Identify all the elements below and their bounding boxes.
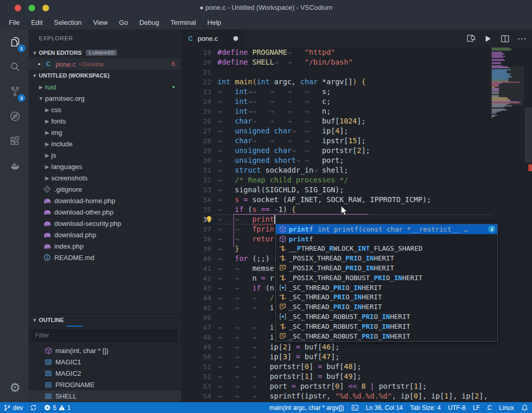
code-line-21[interactable] xyxy=(217,67,488,77)
suggestion-printf[interactable]: printfint printf(const char *__restrict_… xyxy=(276,224,497,234)
tab-pone.c[interactable]: C pone.c xyxy=(181,29,243,48)
scrollbar-slider[interactable] xyxy=(525,108,532,163)
outline-item-magic2[interactable]: MAGIC2 xyxy=(28,368,181,379)
menu-item-view[interactable]: View xyxy=(87,17,113,28)
activity-docker[interactable] xyxy=(2,154,28,178)
menu-item-debug[interactable]: Debug xyxy=(134,17,165,28)
code-line-24[interactable]: → int→→ → → → c; xyxy=(217,97,488,106)
tree-item-fonts[interactable]: ▶fonts xyxy=(28,115,181,127)
workspace-header[interactable]: ▼ UNTITLED (WORKSPACE) xyxy=(28,70,181,81)
activity-extensions[interactable] xyxy=(2,129,28,154)
suggestion--posix-thread-robust-prio-inherit[interactable]: _POSIX_THREAD_ROBUST_PRIO_INHERIT xyxy=(276,273,497,283)
code-line-27[interactable]: → unsigned char→ → ip[4]; xyxy=(217,126,488,136)
code-line-54[interactable]: → → → sprintf(ipstr, "%d.%d.%d.%d", ip[0… xyxy=(217,391,488,401)
status-utf-8[interactable]: UTF-8 xyxy=(445,402,469,413)
tree-item-parrotsec.org[interactable]: ▼parrotsec.org xyxy=(28,93,181,104)
outline-item-magic1[interactable]: MAGIC1 xyxy=(28,356,181,368)
activity-files[interactable]: 1 xyxy=(2,29,28,54)
code-line-29[interactable]: → unsigned char→ → portstr[2]; xyxy=(217,146,488,156)
open-editor-pone.c[interactable]: ●Cpone.c ~/Desktop6 xyxy=(28,58,181,70)
terminal-status[interactable] xyxy=(348,402,362,413)
suggestion-printf[interactable]: printf xyxy=(276,234,497,244)
tree-item-index.php[interactable]: index.php xyxy=(28,240,181,252)
suggestion--sc-thread-prio-inherit[interactable]: _SC_THREAD_PRIO_INHERIT xyxy=(276,302,497,312)
tree-item-screenshots[interactable]: ▶screenshots xyxy=(28,172,181,183)
suggestion--sc-thread-robust-prio-inherit[interactable]: _SC_THREAD_ROBUST_PRIO_INHERIT xyxy=(276,331,497,341)
tree-item-css[interactable]: ▶css xyxy=(28,104,181,115)
tree-item-download.php[interactable]: download.php xyxy=(28,229,181,240)
minimap-slider[interactable] xyxy=(492,66,524,105)
tree-item-languages[interactable]: ▶languages xyxy=(28,161,181,172)
sync-status[interactable] xyxy=(26,402,40,413)
modified-dot-icon[interactable] xyxy=(233,36,238,41)
info-icon[interactable]: i xyxy=(488,225,495,233)
code-line-53[interactable]: → → → port = portstr[0] << 8 | portstr[1… xyxy=(217,381,488,391)
code-line-23[interactable]: → int→→ → → → s; xyxy=(217,87,488,97)
tree-item-download-home.php[interactable]: download-home.php xyxy=(28,195,181,206)
split-editor-button[interactable] xyxy=(498,32,512,45)
code-line-26[interactable]: → char→ → → → buf[1024]; xyxy=(217,116,488,126)
outline-filter-input[interactable] xyxy=(32,329,177,342)
activity-search[interactable] xyxy=(2,54,28,79)
more-button[interactable]: ⋯ xyxy=(515,32,529,45)
tree-item-rust[interactable]: ▶rust● xyxy=(28,81,181,93)
code-line-34[interactable]: → s = socket (AF_INET, SOCK_RAW, IPPROTO… xyxy=(217,195,488,205)
code-editor[interactable]: 1920212223242526272829303132333435363738… xyxy=(181,48,532,402)
run-button[interactable] xyxy=(481,32,495,45)
outline-item-main-int-char-[interactable]: main(int, char * []) xyxy=(28,345,181,356)
status-c[interactable]: C xyxy=(484,402,496,413)
tree-item-README.md[interactable]: README.md xyxy=(28,252,181,263)
code-line-51[interactable]: → → → portstr[0] = buf[48]; xyxy=(217,362,488,372)
tree-item-js[interactable]: ▶js xyxy=(28,149,181,161)
suggestion--sc-thread-prio-inherit[interactable]: _SC_THREAD_PRIO_INHERIT xyxy=(276,283,497,293)
outline-item-shell[interactable]: SHELL xyxy=(28,390,181,402)
suggestion--sc-thread-prio-inherit[interactable]: _SC_THREAD_PRIO_INHERIT xyxy=(276,293,497,302)
tree-item-.gitignore[interactable]: .gitignore xyxy=(28,183,181,195)
git-branch-status[interactable]: dev xyxy=(0,402,26,413)
outline-header[interactable]: ▼ OUTLINE xyxy=(28,314,181,326)
modified-dot-icon[interactable]: ● xyxy=(38,62,40,67)
code-line-52[interactable]: → → → portstr[1] = buf[49]; xyxy=(217,372,488,381)
code-line-49[interactable]: → → → ip[2] = buf[46]; xyxy=(217,342,488,352)
tree-item-include[interactable]: ▶include xyxy=(28,138,181,149)
tree-item-download-security.php[interactable]: download-security.php xyxy=(28,218,181,229)
code-line-35[interactable]: → if (s == -1) { xyxy=(217,205,488,215)
scrollbar[interactable] xyxy=(525,48,532,402)
suggestion--posix-thread-prio-inherit[interactable]: _POSIX_THREAD_PRIO_INHERIT xyxy=(276,263,497,273)
code-line-22[interactable]: int main(int argc, char *argv[]) { xyxy=(217,77,488,87)
code-line-36[interactable]: → → print xyxy=(217,215,488,224)
status-main-int-argc-char-argv-[interactable]: main(int argc, char * argv[]) xyxy=(265,402,348,413)
menu-item-terminal[interactable]: Terminal xyxy=(165,17,201,28)
problems-status[interactable]: 51 xyxy=(40,402,74,413)
code-line-28[interactable]: → char→ → → → ipstr[15]; xyxy=(217,136,488,146)
lightbulb-icon[interactable] xyxy=(205,215,213,223)
bell-status[interactable] xyxy=(518,402,532,413)
tree-item-img[interactable]: ▶img xyxy=(28,127,181,138)
status-tab-size-4[interactable]: Tab Size: 4 xyxy=(406,402,444,413)
suggestion--sc-thread-robust-prio-inherit[interactable]: _SC_THREAD_ROBUST_PRIO_INHERIT xyxy=(276,322,497,331)
settings-gear-icon[interactable]: ⚙ xyxy=(2,380,28,395)
menu-item-selection[interactable]: Selection xyxy=(48,17,87,28)
open-preview-button[interactable] xyxy=(464,32,478,45)
tree-item-download-other.php[interactable]: download-other.php xyxy=(28,206,181,218)
suggestion--posix-thread-prio-inherit[interactable]: _POSIX_THREAD_PRIO_INHERIT xyxy=(276,253,497,263)
activity-debug-disabled[interactable] xyxy=(2,104,28,129)
code-line-19[interactable]: #define PROGNAME→ "httpd" xyxy=(217,48,488,57)
code-line-32[interactable]: → /* Reap child processes */ xyxy=(217,175,488,185)
outline-item-progname[interactable]: PROGNAME xyxy=(28,379,181,390)
menu-item-edit[interactable]: Edit xyxy=(25,17,48,28)
status-ln-36-col-14[interactable]: Ln 36, Col 14 xyxy=(362,402,406,413)
suggestion---pthread-rwlock-int-flags-shared[interactable]: __PTHREAD_RWLOCK_INT_FLAGS_SHARED xyxy=(276,244,497,254)
code-line-31[interactable]: → struct sockaddr_in→ shell; xyxy=(217,165,488,175)
menu-item-go[interactable]: Go xyxy=(113,17,134,28)
menu-item-file[interactable]: File xyxy=(3,17,25,28)
code-line-25[interactable]: → int→→ → → → n; xyxy=(217,106,488,116)
code-line-33[interactable]: → signal(SIGCHLD, SIG_IGN); xyxy=(217,185,488,195)
menu-item-help[interactable]: Help xyxy=(202,17,227,28)
code-line-20[interactable]: #define SHELL→ → "/bin/bash" xyxy=(217,57,488,67)
code-line-30[interactable]: → unsigned short→ → port; xyxy=(217,156,488,165)
suggestion--sc-thread-robust-prio-inherit[interactable]: _SC_THREAD_ROBUST_PRIO_INHERIT xyxy=(276,312,497,322)
open-editors-header[interactable]: ▼ OPEN EDITORS 1 UNSAVED xyxy=(28,47,181,58)
activity-source-control[interactable]: 3 xyxy=(2,79,28,104)
status-lf[interactable]: LF xyxy=(469,402,484,413)
